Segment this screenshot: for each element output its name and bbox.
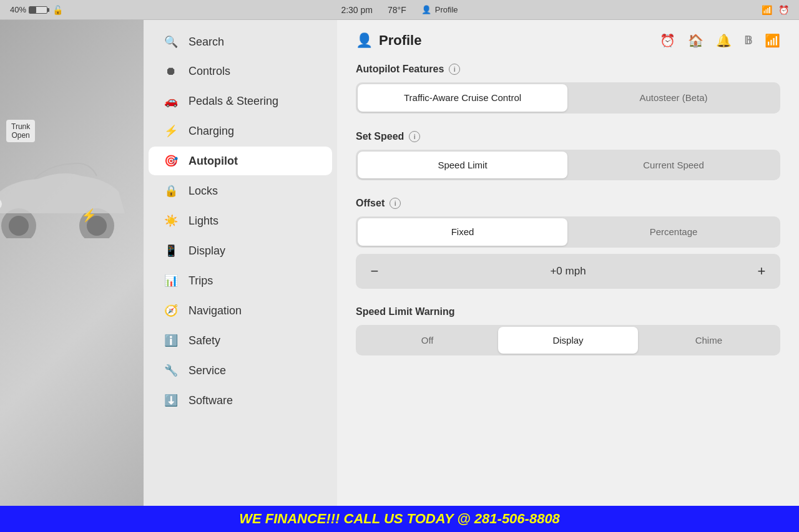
page-title: Profile (379, 32, 421, 49)
sidebar-item-software[interactable]: ⬇️ Software (149, 386, 332, 415)
speed-limit-button[interactable]: Speed Limit (358, 152, 567, 179)
slw-chime-button[interactable]: Chime (639, 327, 778, 354)
sidebar-item-controls[interactable]: ⏺ Controls (149, 57, 332, 85)
lock-status-icon: 🔓 (52, 5, 63, 15)
status-temperature: 78°F (388, 5, 406, 15)
sidebar: 🔍 Search ⏺ Controls 🚗 Pedals & Steering … (144, 20, 337, 532)
battery-percent: 40% (10, 5, 26, 14)
autopilot-features-info[interactable]: i (449, 64, 460, 75)
status-left: 40% 🔓 (10, 5, 63, 15)
sidebar-safety-label: Safety (189, 334, 220, 347)
battery-fill (29, 7, 36, 13)
offset-plus-button[interactable]: + (748, 258, 775, 285)
sidebar-charging-label: Charging (189, 125, 234, 138)
sidebar-item-navigation[interactable]: 🧭 Navigation (149, 296, 332, 325)
status-center: 2:30 pm 78°F 👤 Profile (341, 5, 458, 15)
offset-toggle: Fixed Percentage (356, 216, 780, 248)
autopilot-icon: 🎯 (164, 154, 179, 168)
profile-icon: 👤 (421, 5, 431, 14)
status-right: 📶 ⏰ (762, 5, 789, 15)
status-time: 2:30 pm (341, 5, 373, 15)
sidebar-item-display[interactable]: 📱 Display (149, 236, 332, 265)
slw-display-button[interactable]: Display (498, 327, 637, 354)
set-speed-info[interactable]: i (409, 131, 420, 142)
sidebar-item-search[interactable]: 🔍 Search (149, 27, 332, 56)
speed-limit-warning-title: Speed Limit Warning (356, 306, 780, 317)
bluetooth-icon[interactable]: 𝔹 (744, 34, 752, 47)
slw-off-button[interactable]: Off (358, 327, 497, 354)
autopilot-features-toggle: Traffic-Aware Cruise Control Autosteer (… (356, 82, 780, 114)
offset-value: +0 mph (388, 265, 748, 278)
safety-icon: ℹ️ (164, 334, 179, 347)
clock-icon-status: ⏰ (778, 5, 789, 15)
trunk-label-text: Trunk (11, 122, 30, 131)
current-speed-button[interactable]: Current Speed (569, 152, 778, 179)
sidebar-display-label: Display (189, 244, 225, 258)
sidebar-service-label: Service (189, 364, 226, 377)
sidebar-item-pedals[interactable]: 🚗 Pedals & Steering (149, 87, 332, 115)
tacc-button[interactable]: Traffic-Aware Cruise Control (358, 84, 567, 112)
controls-icon: ⏺ (164, 65, 179, 78)
svg-text:⚡: ⚡ (81, 208, 97, 223)
profile-header: 👤 Profile (356, 32, 421, 49)
navigation-icon: 🧭 (164, 304, 179, 317)
header-icons: ⏰ 🏠 🔔 𝔹 📶 (660, 33, 780, 48)
charging-icon: ⚡ (164, 124, 179, 138)
sidebar-software-label: Software (189, 394, 233, 407)
promo-text: WE FINANCE!!! CALL US TODAY @ 281-506-88… (239, 511, 560, 526)
sidebar-search-label: Search (189, 36, 224, 49)
content-panel: 👤 Profile ⏰ 🏠 🔔 𝔹 📶 Autopilot Features i… (337, 20, 799, 532)
car-svg: ⚡ (0, 145, 137, 238)
promo-banner: WE FINANCE!!! CALL US TODAY @ 281-506-88… (0, 506, 799, 532)
sidebar-item-charging[interactable]: ⚡ Charging (149, 117, 332, 145)
sidebar-trips-label: Trips (189, 274, 213, 288)
sidebar-lights-label: Lights (189, 215, 218, 228)
autosteer-button[interactable]: Autosteer (Beta) (569, 84, 778, 112)
autopilot-features-section: Autopilot Features i Traffic-Aware Cruis… (356, 64, 780, 114)
sidebar-item-safety[interactable]: ℹ️ Safety (149, 326, 332, 355)
profile-label: Profile (435, 5, 458, 14)
software-icon: ⬇️ (164, 394, 179, 407)
offset-info[interactable]: i (390, 198, 401, 209)
status-profile[interactable]: 👤 Profile (421, 5, 458, 14)
autopilot-features-title: Autopilot Features i (356, 64, 780, 75)
set-speed-title: Set Speed i (356, 131, 780, 142)
sidebar-controls-label: Controls (189, 65, 230, 78)
pedals-icon: 🚗 (164, 94, 179, 108)
set-speed-section: Set Speed i Speed Limit Current Speed (356, 131, 780, 181)
sidebar-pedals-label: Pedals & Steering (189, 95, 278, 108)
percentage-button[interactable]: Percentage (569, 218, 778, 246)
offset-title: Offset i (356, 198, 780, 209)
sidebar-item-autopilot[interactable]: 🎯 Autopilot (149, 147, 332, 175)
clock-icon[interactable]: ⏰ (660, 33, 675, 48)
trunk-status: Trunk Open (6, 120, 35, 142)
sidebar-item-service[interactable]: 🔧 Service (149, 356, 332, 385)
profile-user-icon: 👤 (356, 32, 373, 49)
sidebar-navigation-label: Navigation (189, 304, 242, 317)
display-icon: 📱 (164, 244, 179, 258)
garage-icon[interactable]: 🏠 (688, 33, 703, 48)
status-bar: 40% 🔓 2:30 pm 78°F 👤 Profile 📶 ⏰ (0, 0, 799, 20)
sidebar-item-locks[interactable]: 🔒 Locks (149, 177, 332, 205)
fixed-button[interactable]: Fixed (358, 218, 567, 246)
bell-icon[interactable]: 🔔 (716, 33, 732, 48)
svg-point-1 (9, 216, 29, 236)
trunk-status-text: Open (11, 131, 30, 140)
battery-bar (29, 6, 47, 14)
service-icon: 🔧 (164, 364, 179, 377)
car-background (0, 20, 144, 532)
wifi-icon-status: 📶 (762, 5, 772, 15)
speed-limit-warning-toggle: Off Display Chime (356, 325, 780, 356)
content-header: 👤 Profile ⏰ 🏠 🔔 𝔹 📶 (356, 32, 780, 49)
search-icon: 🔍 (164, 35, 179, 49)
sidebar-autopilot-label: Autopilot (189, 155, 238, 168)
main-container: Trunk Open ⚡ 🔍 Search ⏺ Control (0, 20, 799, 532)
offset-minus-button[interactable]: − (361, 258, 388, 285)
sidebar-item-trips[interactable]: 📊 Trips (149, 266, 332, 295)
locks-icon: 🔒 (164, 184, 179, 198)
set-speed-toggle: Speed Limit Current Speed (356, 150, 780, 181)
offset-section: Offset i Fixed Percentage − +0 mph + (356, 198, 780, 289)
speed-limit-warning-section: Speed Limit Warning Off Display Chime (356, 306, 780, 356)
wifi-content-icon[interactable]: 📶 (765, 33, 780, 48)
sidebar-item-lights[interactable]: ☀️ Lights (149, 206, 332, 235)
